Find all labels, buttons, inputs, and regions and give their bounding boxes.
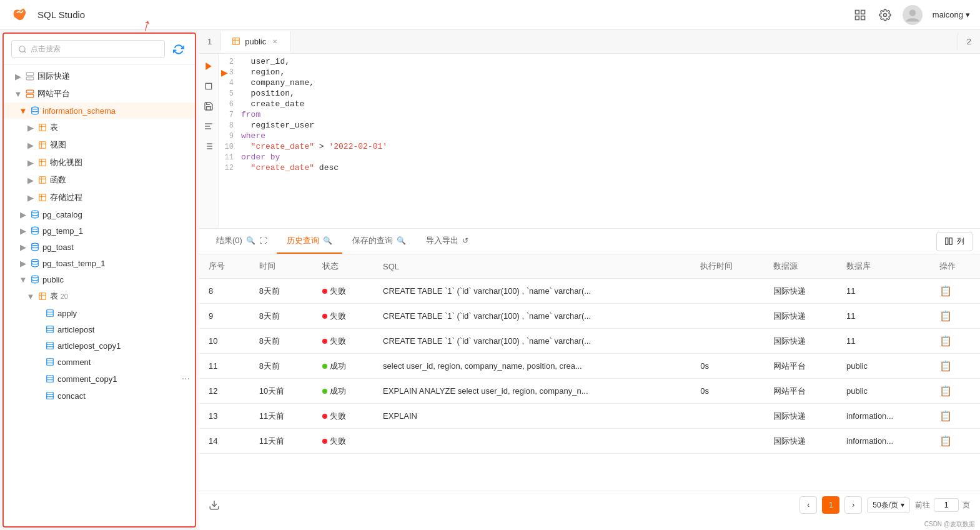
svg-rect-17 (39, 142, 46, 149)
copy-action-button[interactable]: 📋 (939, 386, 952, 396)
cell-exec-time (690, 329, 763, 354)
copy-action-button[interactable]: 📋 (939, 361, 952, 371)
svg-rect-31 (47, 376, 54, 382)
tree-label: 存储过程 (50, 192, 82, 203)
db-icon (30, 258, 40, 268)
cell-datasource: 网站平台 (763, 379, 836, 404)
tree-item-table[interactable]: ▶ 表 (4, 119, 195, 136)
result-tab-import-export[interactable]: 导入导出 ↺ (416, 229, 478, 254)
result-tab-results[interactable]: 结果(0) 🔍 ⛶ (206, 229, 277, 254)
table-row-icon (45, 391, 55, 401)
tab-close-button[interactable]: ✕ (270, 36, 280, 46)
svg-rect-28 (47, 326, 54, 333)
tree-item-comment-copy1[interactable]: comment_copy1 ··· (4, 370, 195, 388)
tree-item-articlepost[interactable]: articlepost (4, 321, 195, 338)
per-page-select[interactable]: 50条/页 ▾ (867, 498, 910, 513)
cell-exec-time: 0s (690, 379, 763, 404)
result-tab-import-export-label: 导入导出 (426, 235, 458, 246)
svg-point-15 (32, 107, 39, 109)
col-button[interactable]: 列 (936, 232, 973, 251)
copy-action-button[interactable]: 📋 (939, 436, 952, 446)
db-icon (30, 274, 40, 284)
next-page-button[interactable]: › (844, 496, 862, 514)
cell-sql: CREATE TABLE `1` (`id` varchar(100) , `n… (373, 279, 690, 304)
tree-item-pg-temp[interactable]: ▶ pg_temp_1 (4, 222, 195, 239)
search-box[interactable]: 点击搜索 (11, 40, 165, 58)
status-dot-icon (322, 439, 327, 444)
tree-item-pg-toast[interactable]: ▶ pg_toast (4, 239, 195, 255)
cell-time: 8天前 (249, 279, 312, 304)
tree-item-pg-toast-temp[interactable]: ▶ pg_toast_temp_1 (4, 255, 195, 271)
tree-item-comment[interactable]: comment (4, 354, 195, 370)
result-tabs: 结果(0) 🔍 ⛶ 历史查询 🔍 保存的查询 🔍 导入导出 ↺ 列 (199, 229, 980, 254)
status-dot-icon (322, 289, 327, 294)
pagination: ‹ 1 › 50条/页 ▾ 前往 页 (799, 496, 970, 514)
search-icon: 🔍 (323, 236, 332, 245)
sql-text: CREATE TABLE `1` (`id` varchar(100) , `n… (383, 336, 591, 346)
copy-action-button[interactable]: 📋 (939, 286, 952, 296)
table-row-icon (45, 341, 55, 351)
save-query-button[interactable] (201, 99, 216, 114)
tree-item-matview[interactable]: ▶ 物化视图 (4, 154, 195, 171)
page-1-button[interactable]: 1 (822, 496, 839, 514)
tree-item-view[interactable]: ▶ 视图 (4, 136, 195, 154)
col-header-sql: SQL (373, 254, 690, 279)
svg-point-4 (883, 13, 886, 16)
tree-item-tables-group[interactable]: ▼ 表 20 (4, 288, 195, 305)
settings-icon[interactable] (878, 8, 893, 22)
svg-point-22 (32, 227, 39, 229)
copy-action-button[interactable]: 📋 (939, 311, 952, 321)
svg-rect-18 (39, 159, 46, 166)
col-header-database: 数据库 (836, 254, 929, 279)
notification-icon[interactable] (853, 8, 868, 22)
result-tab-history-label: 历史查询 (287, 235, 319, 246)
more-icon[interactable]: ··· (182, 373, 190, 384)
cell-time: 10天前 (249, 379, 312, 404)
tree-item-proc[interactable]: ▶ 存储过程 (4, 189, 195, 206)
tree-item-apply[interactable]: apply (4, 305, 195, 321)
tree-item-wangzhan[interactable]: ▼ 网站平台 (4, 85, 195, 102)
code-editor[interactable]: 2 user_id, 3 ▶ region, 4 company_name, 5 (219, 54, 980, 228)
col-header-action: 操作 (929, 254, 980, 279)
download-button[interactable] (209, 499, 220, 511)
run-button[interactable] (201, 59, 216, 74)
app-logo (10, 5, 30, 25)
tree-label: 物化视图 (50, 157, 82, 168)
refresh-button[interactable] (170, 41, 187, 58)
tree-item-public[interactable]: ▼ public (4, 271, 195, 288)
cell-database: information... (836, 429, 929, 454)
avatar (903, 5, 923, 25)
tree-item-concact[interactable]: concact (4, 388, 195, 404)
tree-item-information-schema[interactable]: ▼ information_schema (4, 102, 195, 119)
tree-item-articlepost-copy1[interactable]: articlepost_copy1 (4, 338, 195, 354)
copy-action-button[interactable]: 📋 (939, 336, 952, 346)
user-menu[interactable]: maicong ▾ (933, 10, 970, 19)
svg-rect-7 (26, 72, 34, 76)
tree-item-func[interactable]: ▶ 函数 (4, 171, 195, 189)
tab-1[interactable]: 1 (199, 33, 221, 50)
chevron-down-icon: ▼ (19, 275, 27, 284)
cell-datasource: 国际快递 (763, 404, 836, 429)
more-options-button[interactable] (201, 139, 216, 154)
tree-item-guoji[interactable]: ▶ 国际快递 (4, 68, 195, 85)
cell-time: 8天前 (249, 354, 312, 379)
tree-item-pg-catalog[interactable]: ▶ pg_catalog (4, 206, 195, 222)
tab-bar: 1 public ✕ 2 (199, 30, 980, 54)
table-row: 10 8天前 失败 CREATE TABLE `1` (`id` varchar… (199, 329, 980, 354)
result-tab-saved[interactable]: 保存的查询 🔍 (342, 229, 416, 254)
cell-datasource: 国际快递 (763, 279, 836, 304)
goto-page-input[interactable] (934, 498, 959, 512)
history-table: 序号 时间 状态 SQL 执行时间 数据源 数据库 操作 8 8天前 失败 CR… (199, 254, 980, 454)
stop-button[interactable] (201, 79, 216, 94)
tree-label: 表 (50, 122, 58, 133)
sidebar-search-area: 点击搜索 ↑ (4, 34, 195, 65)
col-header-status: 状态 (312, 254, 373, 279)
cell-action: 📋 (929, 429, 980, 454)
format-button[interactable] (201, 119, 216, 134)
tab-public[interactable]: public ✕ (221, 31, 290, 52)
prev-page-button[interactable]: ‹ (799, 496, 817, 514)
result-tab-history[interactable]: 历史查询 🔍 (277, 229, 342, 254)
code-line-5: 5 position, (219, 88, 980, 99)
copy-action-button[interactable]: 📋 (939, 411, 952, 421)
tab-2[interactable]: 2 (958, 33, 980, 50)
